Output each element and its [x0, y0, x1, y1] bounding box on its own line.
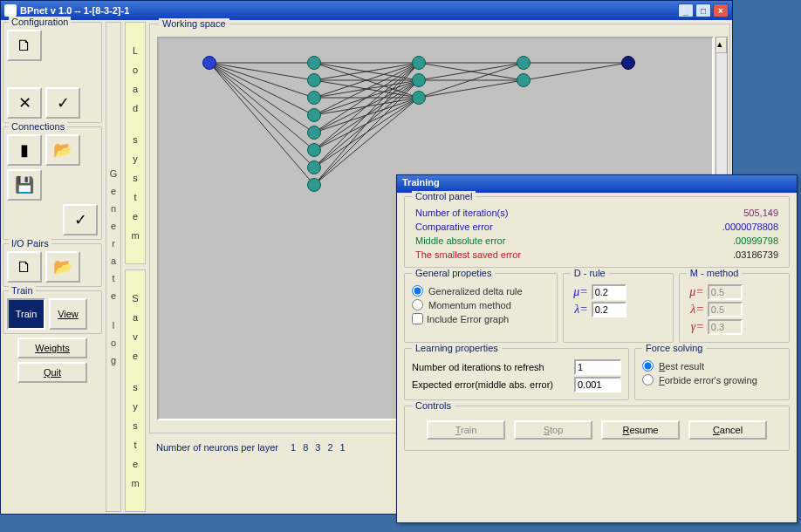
minimize-button[interactable]: _: [678, 3, 694, 17]
best-result-radio[interactable]: Best result: [642, 360, 782, 372]
accept-config-button[interactable]: ✓: [45, 87, 80, 119]
neuron-node[interactable]: [517, 73, 531, 87]
comp-error-label: Comparative error: [415, 222, 493, 232]
configuration-group: Configuration 🗋 ✕ ✓: [3, 22, 102, 123]
view-button[interactable]: View: [49, 298, 87, 330]
momentum-radio[interactable]: Momentum method: [412, 299, 550, 310]
svg-line-5: [209, 63, 314, 150]
general-properties-group: General propeties Generalized delta rule…: [404, 273, 558, 343]
refresh-input[interactable]: [574, 359, 621, 375]
connections-group: Connections ▮ 📂 💾 ✓: [3, 126, 102, 240]
train-button[interactable]: Train: [7, 298, 45, 330]
dialog-stop-button[interactable]: Stop: [514, 420, 592, 440]
svg-line-37: [419, 80, 524, 98]
train-group: Train Train View: [3, 290, 102, 334]
lambda-input[interactable]: [592, 302, 626, 317]
configuration-label: Configuration: [9, 17, 71, 27]
layer-numbers: 18321: [287, 442, 349, 453]
svg-line-30: [314, 80, 419, 185]
neuron-node[interactable]: [307, 108, 321, 122]
save-system-button[interactable]: Save system: [125, 269, 146, 512]
neuron-node[interactable]: [307, 143, 321, 157]
dialog-train-button[interactable]: Train: [427, 420, 505, 440]
m-mu-symbol: μ=: [687, 285, 704, 299]
m-gamma-input: [708, 319, 743, 335]
neuron-node[interactable]: [307, 126, 321, 140]
window-title: BPnet v 1.0 -- 1-[8-3-2]-1: [20, 5, 676, 16]
mu-input[interactable]: [592, 284, 626, 300]
m-mu-input: [708, 284, 743, 300]
connections-new-button[interactable]: ▮: [7, 134, 42, 166]
m-lambda-input: [708, 302, 743, 317]
svg-line-29: [314, 63, 419, 185]
general-label: General propeties: [412, 268, 495, 278]
mid-abs-value: .00999798: [733, 235, 778, 246]
load-save-strip: Load system Save system: [125, 22, 146, 512]
neuron-node[interactable]: [412, 73, 426, 87]
include-error-checkbox[interactable]: Include Error graph: [412, 313, 550, 324]
neuron-node[interactable]: [517, 56, 531, 70]
m-method-group: M - method μ= λ= γ=: [679, 273, 790, 343]
iopairs-open-button[interactable]: 📂: [45, 251, 80, 283]
neuron-node[interactable]: [202, 56, 216, 70]
neuron-node[interactable]: [307, 178, 321, 192]
svg-line-4: [209, 63, 314, 133]
neuron-node[interactable]: [412, 56, 426, 70]
controls-label: Controls: [412, 400, 455, 411]
m-method-label: M - method: [687, 268, 743, 278]
iopairs-new-button[interactable]: 🗋: [7, 251, 42, 283]
iopairs-label: I/O Pairs: [9, 238, 51, 249]
connections-open-button[interactable]: 📂: [45, 134, 80, 166]
scroll-up-button[interactable]: ▴: [716, 38, 727, 53]
control-panel-group: Control panel Number of iteration(s) 505…: [404, 196, 790, 268]
iopairs-group: I/O Pairs 🗋 📂: [3, 243, 102, 287]
svg-line-26: [314, 63, 419, 167]
refresh-label: Number od iterations to refresh: [412, 362, 544, 372]
connections-accept-button[interactable]: ✓: [63, 204, 98, 235]
neuron-node[interactable]: [307, 91, 321, 105]
neuron-node[interactable]: [307, 73, 321, 87]
close-button[interactable]: ×: [713, 3, 729, 17]
connections-save-button[interactable]: 💾: [7, 169, 42, 201]
training-title[interactable]: Training: [397, 175, 797, 193]
svg-line-2: [209, 63, 314, 98]
neuron-node[interactable]: [412, 91, 426, 105]
expected-input[interactable]: [574, 377, 621, 392]
forbide-radio[interactable]: Forbide error's growing: [642, 374, 782, 385]
connections-label: Connections: [9, 121, 67, 132]
quit-button[interactable]: Quit: [17, 362, 87, 383]
dialog-cancel-button[interactable]: Cancel: [688, 420, 767, 440]
dialog-resume-button[interactable]: Resume: [601, 420, 680, 440]
svg-line-3: [209, 63, 314, 115]
neuron-node[interactable]: [621, 56, 635, 70]
workspace-title: Working space: [159, 18, 229, 29]
neuron-node[interactable]: [307, 160, 321, 174]
smallest-label: The smallest saved error: [415, 249, 521, 260]
d-rule-label: D - rule: [571, 268, 609, 278]
controls-group: Controls Train Stop Resume Cancel: [404, 406, 790, 451]
weights-button[interactable]: Weights: [17, 338, 87, 358]
learning-properties-group: Learning properties Number od iterations…: [404, 348, 629, 400]
svg-line-17: [314, 63, 419, 115]
new-config-button[interactable]: 🗋: [7, 30, 42, 61]
svg-line-23: [314, 63, 419, 150]
reject-config-button[interactable]: ✕: [7, 87, 42, 119]
app-icon: [4, 4, 17, 17]
generate-log-strip[interactable]: Generate log: [106, 22, 121, 512]
training-dialog[interactable]: Training Control panel Number of iterati…: [396, 174, 798, 523]
neuron-node[interactable]: [307, 56, 321, 70]
load-system-button[interactable]: Load system: [125, 22, 146, 264]
generalized-delta-radio[interactable]: Generalized delta rule: [412, 285, 550, 297]
m-lambda-symbol: λ=: [687, 303, 704, 317]
train-group-label: Train: [9, 285, 36, 296]
svg-line-1: [209, 63, 314, 80]
titlebar[interactable]: BPnet v 1.0 -- 1-[8-3-2]-1 _ □ ×: [1, 1, 732, 20]
maximize-button[interactable]: □: [695, 3, 711, 17]
comp-error-value: .0000078808: [722, 222, 778, 232]
footer-label: Number of neurons per layer: [156, 442, 278, 453]
svg-line-39: [524, 63, 628, 80]
force-label: Force solving: [642, 343, 706, 353]
mid-abs-label: Middle absolute error: [415, 235, 505, 246]
m-gamma-symbol: γ=: [687, 320, 704, 334]
d-rule-group: D - rule μ= λ=: [563, 273, 674, 343]
